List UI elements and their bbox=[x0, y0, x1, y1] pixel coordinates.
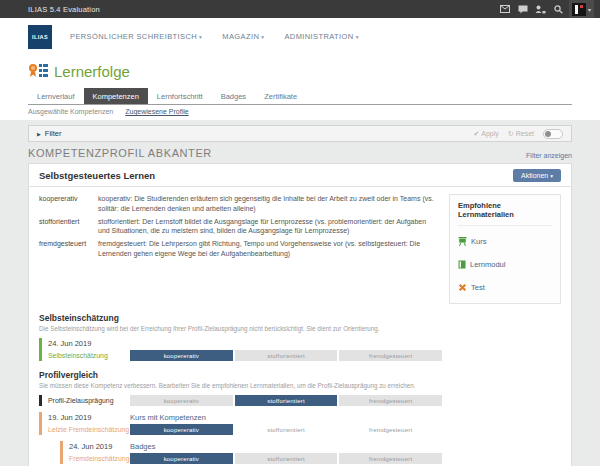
course-icon bbox=[458, 232, 467, 250]
main-menu-item[interactable]: ADMINISTRATION▾ bbox=[284, 32, 358, 41]
level-definition: kooperativ: Die Studierenden erläutern s… bbox=[98, 194, 439, 214]
timeline-entry: 24. Jun 2019FremdeinschätzungBadgeskoope… bbox=[60, 441, 561, 464]
caret-right-icon: ▶ bbox=[37, 131, 41, 137]
tab-badges[interactable]: Badges bbox=[212, 88, 255, 104]
content-area: ▶ Filter ✔ Apply ↻ Reset KOMPETENZPROFIL… bbox=[0, 120, 600, 466]
entry-type-label: Fremdeinschätzung bbox=[69, 453, 130, 464]
chat-icon[interactable] bbox=[515, 0, 531, 18]
entry-type-label: Profil-Zielausprägung bbox=[48, 395, 130, 406]
material-link[interactable]: Test bbox=[471, 283, 485, 292]
self-assessment-note: Die Selbsteinschätzung wird bei der Erre… bbox=[39, 325, 561, 332]
material-item[interactable]: Test bbox=[458, 278, 552, 296]
entry-meta: 19. Jun 2019Letzte Fremdeinschätzung bbox=[48, 412, 130, 435]
test-icon bbox=[458, 278, 467, 296]
profile-title-row: KOMPETENZPROFIL ABKANTER Filter anzeigen bbox=[28, 147, 572, 159]
learning-module-icon bbox=[458, 255, 466, 273]
reset-icon: ↻ bbox=[508, 130, 514, 138]
spacer bbox=[130, 338, 561, 350]
entry-title-link[interactable]: Badges bbox=[130, 441, 561, 453]
entry-detail: Kurs mit Kompetenzenkoopererativstoffori… bbox=[130, 412, 561, 435]
entry-type-label: Letzte Fremdeinschätzung bbox=[48, 424, 130, 435]
entry-title-link[interactable]: Kurs mit Kompetenzen bbox=[130, 412, 561, 424]
filter-expander[interactable]: ▶ Filter bbox=[37, 129, 62, 138]
main-nav: ILIAS PERSÖNLICHER SCHREIBTISCH▾MAGAZIN▾… bbox=[0, 18, 600, 55]
filter-label: Filter bbox=[45, 129, 62, 138]
ilias-logo[interactable]: ILIAS bbox=[28, 25, 52, 49]
entry-date: 24. Jun 2019 bbox=[48, 338, 130, 350]
profile-comparison-entries: Profil-Zielausprägungkoopererativstoffor… bbox=[39, 395, 561, 466]
level-segment: fremdgesteuert bbox=[339, 424, 442, 435]
level-definitions: koopererativkooperativ: Die Studierenden… bbox=[39, 194, 439, 304]
caret-down-icon: ▾ bbox=[356, 34, 359, 40]
panel-header: Selbstgesteuertes Lernen Aktionen▾ bbox=[29, 164, 571, 187]
filter-reset-button[interactable]: ↻ Reset bbox=[508, 130, 534, 138]
entry-date: 19. Jun 2019 bbox=[48, 412, 130, 424]
main-menu-item[interactable]: MAGAZIN▾ bbox=[222, 32, 264, 41]
material-link[interactable]: Kurs bbox=[471, 237, 486, 246]
user-avatar[interactable]: ▾ bbox=[569, 0, 594, 18]
level-definition: fremdgesteuert: Die Lehrperson gibt Rich… bbox=[98, 239, 439, 259]
competence-profile-title: KOMPETENZPROFIL ABKANTER bbox=[28, 147, 212, 159]
entry-detail: Badgeskoopererativstofforientiertfremdge… bbox=[130, 441, 561, 464]
level-segment: stofforientiert bbox=[235, 350, 338, 361]
competence-title: Selbstgesteuertes Lernen bbox=[39, 170, 155, 181]
learning-achievements-icon bbox=[28, 63, 48, 81]
level-term: stofforientiert bbox=[39, 217, 98, 237]
entry-meta: 24. Jun 2019Selbsteinschätzung bbox=[48, 338, 130, 361]
tab-lernfortschritt[interactable]: Lernfortschritt bbox=[148, 88, 212, 104]
material-item[interactable]: Lernmodul bbox=[458, 255, 552, 273]
level-term: fremdgesteuert bbox=[39, 239, 98, 259]
top-bar: ILIAS 5.4 Evaluation ▾ bbox=[0, 0, 600, 18]
actions-button[interactable]: Aktionen▾ bbox=[513, 169, 561, 182]
subtab[interactable]: Ausgewählte Kompetenzen bbox=[28, 108, 113, 115]
level-bar: koopererativstofforientiertfremdgesteuer… bbox=[130, 350, 442, 361]
self-assessment-entries: 24. Jun 2019Selbsteinschätzungkoopererat… bbox=[39, 338, 561, 361]
tabs-bar: LernverlaufKompetenzenLernfortschrittBad… bbox=[0, 88, 600, 105]
online-users-icon[interactable] bbox=[533, 0, 549, 18]
timeline-entry: Profil-Zielausprägungkoopererativstoffor… bbox=[39, 395, 561, 406]
panel-body: koopererativkooperativ: Die Studierenden… bbox=[29, 187, 571, 466]
topbar-icons: ▾ bbox=[497, 0, 594, 18]
check-icon: ✔ bbox=[473, 130, 479, 138]
caret-down-icon: ▾ bbox=[588, 6, 591, 13]
entry-date: 24. Jun 2019 bbox=[69, 441, 130, 453]
material-link[interactable]: Lernmodul bbox=[470, 260, 505, 269]
entry-meta: Profil-Zielausprägung bbox=[48, 395, 130, 406]
level-segment: koopererativ bbox=[130, 350, 233, 361]
recommended-materials-box: Empfohlene Lernmaterialien KursLernmodul… bbox=[449, 194, 561, 304]
filter-toggle[interactable] bbox=[543, 129, 563, 139]
entry-detail: koopererativstofforientiertfremdgesteuer… bbox=[130, 338, 561, 361]
level-segment: stofforientiert bbox=[235, 395, 338, 406]
level-definition: stofforientiert: Der Lernstoff bildet di… bbox=[98, 217, 439, 237]
level-segment: fremdgesteuert bbox=[339, 453, 442, 464]
level-bar: koopererativstofforientiertfremdgesteuer… bbox=[130, 453, 442, 464]
definition-row: koopererativkooperativ: Die Studierenden… bbox=[39, 194, 439, 214]
toggle-knob bbox=[545, 131, 551, 137]
show-filter-link[interactable]: Filter anzeigen bbox=[526, 152, 572, 159]
mail-icon[interactable] bbox=[497, 0, 513, 18]
definition-row: stofforientiertstofforientiert: Der Lern… bbox=[39, 217, 439, 237]
profile-comparison-note: Sie müssen diese Kompetenz verbessern. B… bbox=[39, 382, 561, 389]
main-menu: PERSÖNLICHER SCHREIBTISCH▾MAGAZIN▾ADMINI… bbox=[70, 32, 359, 41]
tab-zertifikate[interactable]: Zertifikate bbox=[255, 88, 306, 104]
installation-title: ILIAS 5.4 Evaluation bbox=[28, 5, 100, 14]
caret-down-icon: ▾ bbox=[199, 34, 202, 40]
tab-lernverlauf[interactable]: Lernverlauf bbox=[28, 88, 84, 104]
profile-comparison-heading: Profilvergleich bbox=[39, 370, 561, 380]
page-header: Lernerfolge bbox=[0, 55, 600, 88]
entry-detail: koopererativstofforientiertfremdgesteuer… bbox=[130, 395, 561, 406]
material-item[interactable]: Kurs bbox=[458, 232, 552, 250]
level-bar: koopererativstofforientiertfremdgesteuer… bbox=[130, 395, 442, 406]
tab-kompetenzen[interactable]: Kompetenzen bbox=[84, 88, 148, 104]
search-icon[interactable] bbox=[551, 0, 567, 18]
level-segment: stofforientiert bbox=[235, 424, 338, 435]
level-segment: koopererativ bbox=[130, 395, 233, 406]
main-menu-item[interactable]: PERSÖNLICHER SCHREIBTISCH▾ bbox=[70, 32, 202, 41]
page-title: Lernerfolge bbox=[54, 63, 130, 80]
level-segment: koopererativ bbox=[130, 453, 233, 464]
filter-apply-button[interactable]: ✔ Apply bbox=[473, 130, 498, 138]
competence-panel: Selbstgesteuertes Lernen Aktionen▾ koope… bbox=[28, 163, 572, 466]
tabs: LernverlaufKompetenzenLernfortschrittBad… bbox=[28, 88, 572, 105]
level-bar: koopererativstofforientiertfremdgesteuer… bbox=[130, 424, 442, 435]
subtab[interactable]: Zugewiesene Profile bbox=[125, 108, 188, 115]
